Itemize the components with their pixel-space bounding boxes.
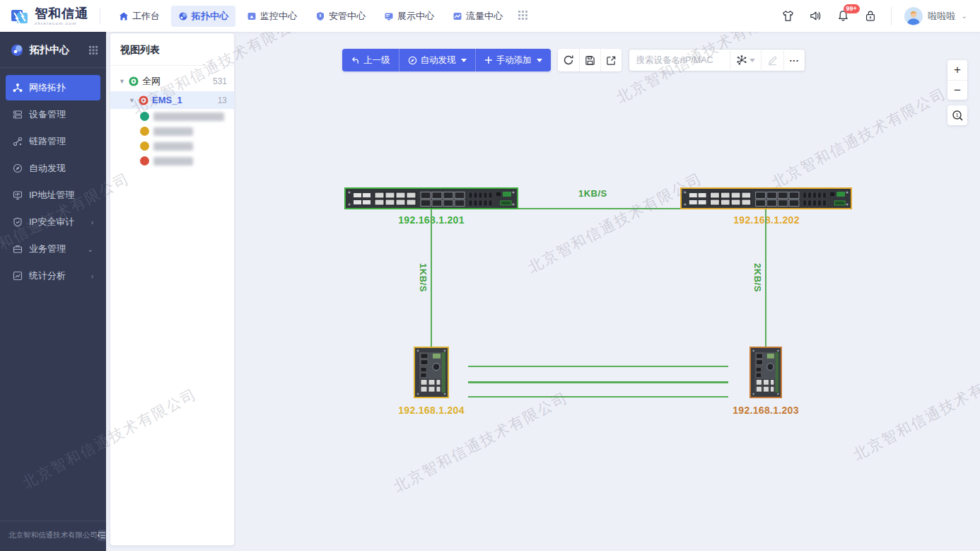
- stats-chart-icon: [13, 271, 23, 281]
- auto-discover-button[interactable]: 自动发现: [399, 49, 475, 71]
- topology-center-icon: [10, 43, 24, 57]
- nav-security-center[interactable]: 安管中心: [308, 6, 373, 27]
- tree-node-whole-network[interactable]: ▼ 全网 531: [110, 71, 234, 91]
- device-node-204[interactable]: [414, 347, 449, 398]
- nav-label: 流量中心: [466, 10, 503, 23]
- export-button[interactable]: [600, 49, 622, 71]
- main-content: 视图列表 ▼ 全网 531 ▼ EMS_1 13: [106, 32, 980, 551]
- zoom-reset-button[interactable]: 1: [947, 105, 967, 125]
- status-ring-icon: [129, 76, 139, 86]
- layout-mode-button[interactable]: [730, 49, 761, 71]
- device-node-202[interactable]: [680, 187, 852, 209]
- sidebar-item-link-management[interactable]: 链路管理: [6, 129, 100, 154]
- nav-label: 监控中心: [260, 10, 297, 23]
- nav-traffic-center[interactable]: 流量中心: [445, 6, 510, 27]
- nav-label: 安管中心: [329, 10, 366, 23]
- topbar-right-actions: 99+ 啦啦啦 ⌄: [781, 7, 967, 25]
- tree-child-item[interactable]: [110, 153, 234, 168]
- manual-add-button[interactable]: 手动添加: [475, 49, 551, 71]
- nav-workbench[interactable]: 工作台: [112, 6, 167, 27]
- tree-child-item[interactable]: [110, 109, 234, 124]
- nav-label: 展示中心: [397, 10, 434, 23]
- sidebar-item-auto-discovery[interactable]: 自动发现: [6, 156, 100, 181]
- announcement-button[interactable]: [809, 9, 822, 23]
- nav-label: 拓扑中心: [192, 10, 228, 23]
- search-input[interactable]: [629, 50, 730, 71]
- compass-icon: [13, 163, 23, 173]
- topology-toolbar: 上一级 自动发现 手动添加: [342, 49, 805, 71]
- briefcase-icon: [13, 244, 23, 254]
- up-level-label: 上一级: [363, 54, 390, 66]
- link-204-203-c[interactable]: [468, 396, 728, 398]
- blurred-label: [153, 112, 224, 121]
- sidebar-item-ip-security-audit[interactable]: IP安全审计 ›: [6, 209, 100, 235]
- topology-canvas[interactable]: 上一级 自动发现 手动添加: [106, 32, 980, 551]
- sidebar-item-network-topology[interactable]: 网络拓扑: [6, 75, 100, 100]
- zoom-in-button[interactable]: +: [947, 60, 967, 80]
- topology-icon: [178, 11, 188, 21]
- blurred-label: [153, 142, 193, 151]
- sidebar-item-ip-address-management[interactable]: IP地址管理: [6, 182, 100, 208]
- link-204-203-a[interactable]: [468, 366, 728, 367]
- nav-label: 工作台: [132, 10, 160, 23]
- lock-screen-button[interactable]: [864, 9, 877, 23]
- sidebar-item-statistics-analysis[interactable]: 统计分析 ›: [6, 263, 100, 289]
- monitor-icon: [247, 11, 257, 21]
- brand-subtitle: zhtelecom.com: [35, 21, 88, 25]
- save-button[interactable]: [579, 49, 600, 71]
- nav-more-apps-grid-icon[interactable]: [518, 11, 527, 22]
- plus-icon: [484, 56, 493, 64]
- zoom-out-button[interactable]: −: [947, 80, 967, 100]
- tree-node-ems1[interactable]: ▼ EMS_1 13: [110, 91, 234, 109]
- sidebar-item-business-management[interactable]: 业务管理 ⌄: [6, 236, 100, 262]
- avatar: [904, 7, 923, 25]
- refresh-button[interactable]: [558, 49, 579, 71]
- speaker-icon: [809, 9, 822, 23]
- tshirt-icon: [781, 9, 795, 23]
- link-201-202[interactable]: [518, 208, 680, 209]
- theme-skin-button[interactable]: [781, 9, 795, 23]
- top-bar: 智和信通 zhtelecom.com 工作台 拓扑中心 监控中心 安管中心: [0, 0, 980, 32]
- pencil-icon: [767, 55, 778, 66]
- device-node-201[interactable]: [344, 187, 518, 209]
- zoom-controls: + − 1: [947, 60, 967, 125]
- nav-display-center[interactable]: 展示中心: [377, 6, 441, 27]
- link-204-203-b[interactable]: [468, 381, 728, 383]
- more-actions-button[interactable]: ...: [783, 49, 805, 71]
- link-202-203[interactable]: [765, 209, 766, 347]
- brand-logo: 智和信通 zhtelecom.com: [10, 6, 88, 26]
- chevron-down-icon: ⌄: [88, 245, 93, 253]
- link-201-204[interactable]: [431, 209, 432, 347]
- status-dot-icon: [140, 127, 149, 136]
- chevron-down-icon: ⌄: [962, 12, 967, 20]
- nav-topology-center[interactable]: 拓扑中心: [171, 6, 235, 27]
- sidebar-header: 拓扑中心: [0, 32, 106, 68]
- caret-down-icon[interactable]: ▼: [119, 78, 125, 85]
- sidebar-item-label: 业务管理: [29, 243, 81, 255]
- sidebar-item-label: IP地址管理: [29, 189, 93, 202]
- edit-button-disabled[interactable]: [761, 49, 783, 71]
- sidebar-item-label: 自动发现: [29, 162, 93, 175]
- link-icon: [13, 137, 23, 146]
- brand-logo-icon: [10, 6, 30, 26]
- primary-button-group: 上一级 自动发现 手动添加: [342, 49, 551, 71]
- notifications-button[interactable]: 99+: [836, 9, 850, 23]
- blurred-label: [153, 157, 193, 166]
- up-level-button[interactable]: 上一级: [342, 49, 399, 71]
- link-speed-label: 1KB/S: [578, 188, 607, 199]
- tree-child-item[interactable]: [110, 139, 234, 153]
- search-tool-group: ...: [629, 49, 806, 71]
- collapse-sidebar-button[interactable]: [98, 530, 106, 541]
- tree-child-item[interactable]: [110, 124, 234, 139]
- caret-down-icon: [537, 59, 542, 62]
- module-grid-icon[interactable]: [89, 46, 98, 54]
- status-dot-icon: [140, 112, 149, 121]
- device-node-203[interactable]: [749, 347, 782, 398]
- nav-monitor-center[interactable]: 监控中心: [240, 6, 304, 27]
- user-menu[interactable]: 啦啦啦 ⌄: [891, 7, 967, 25]
- display-icon: [384, 11, 394, 21]
- sidebar-item-device-management[interactable]: 设备管理: [6, 102, 100, 127]
- sidebar-menu: 网络拓扑 设备管理 链路管理 自动发现 IP地址管理: [0, 68, 106, 521]
- caret-down-icon[interactable]: ▼: [129, 97, 135, 104]
- svg-text:1: 1: [955, 112, 958, 118]
